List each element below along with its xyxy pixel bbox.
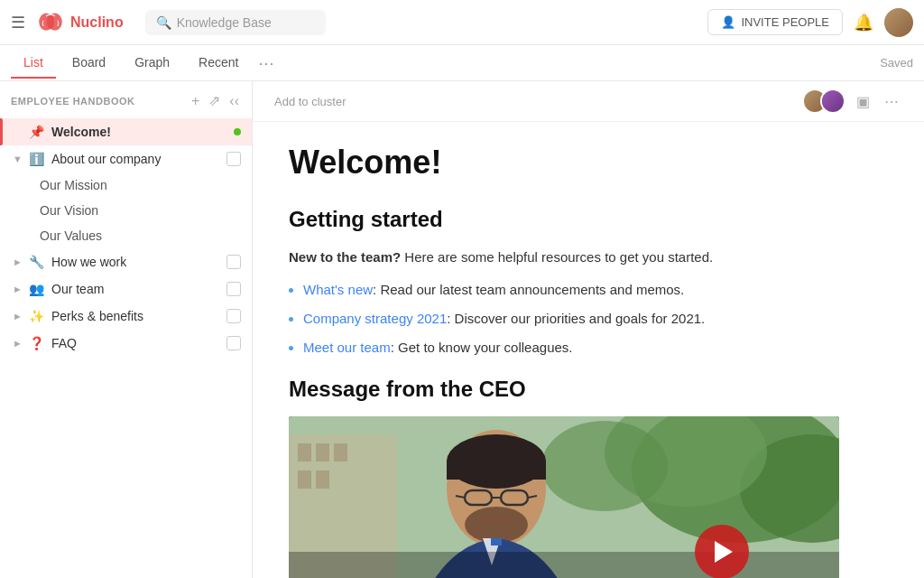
how-expand-arrow-icon: ► xyxy=(13,256,23,267)
perks-checkbox-icon[interactable] xyxy=(226,309,241,323)
sidebar-item-faq-label: FAQ xyxy=(51,336,223,350)
welcome-emoji-icon: 📌 xyxy=(29,125,44,139)
search-icon: 🔍 xyxy=(156,15,171,30)
intro-rest-text: Here are some helpful resources to get y… xyxy=(401,249,713,265)
faq-expand-arrow-icon: ► xyxy=(13,338,23,349)
tab-list-label: List xyxy=(23,55,43,70)
sidebar-item-vision[interactable]: Our Vision xyxy=(0,198,252,223)
tab-list[interactable]: List xyxy=(11,48,56,79)
video-bg-svg xyxy=(289,416,839,578)
user-avatar[interactable] xyxy=(884,8,913,37)
svg-rect-11 xyxy=(334,443,347,461)
play-triangle-icon xyxy=(715,541,733,563)
person-add-icon: 👤 xyxy=(721,15,735,29)
ceo-video[interactable] xyxy=(289,416,839,578)
how-emoji-icon: 🔧 xyxy=(29,255,44,269)
svg-rect-10 xyxy=(316,443,329,461)
company-strategy-link[interactable]: Company strategy 2021 xyxy=(303,311,447,326)
sidebar-item-mission-label: Our Mission xyxy=(40,178,107,192)
sidebar-header: EMPLOYEE HANDBOOK + ⇗ ‹‹ xyxy=(0,81,252,118)
app-name: Nuclino xyxy=(70,14,124,31)
perks-emoji-icon: ✨ xyxy=(29,309,44,323)
saved-status: Saved xyxy=(880,56,913,70)
whats-new-link[interactable]: What's new xyxy=(303,282,373,297)
sidebar-item-team-label: Our team xyxy=(51,282,223,296)
tab-recent-label: Recent xyxy=(199,55,238,70)
sidebar-item-perks[interactable]: ► ✨ Perks & benefits xyxy=(0,303,252,330)
sidebar-item-vision-label: Our Vision xyxy=(40,203,98,218)
avatar-image xyxy=(884,8,913,37)
sidebar-item-faq[interactable]: ► ❓ FAQ xyxy=(0,330,252,357)
sidebar-item-values[interactable]: Our Values xyxy=(0,223,252,248)
sidebar-item-about[interactable]: ▼ ℹ️ About our company xyxy=(0,145,252,172)
faq-emoji-icon: ❓ xyxy=(29,336,44,350)
nav-right: 👤 INVITE PEOPLE 🔔 xyxy=(707,8,913,37)
collaborator-avatar-2 xyxy=(820,89,845,114)
content-top-actions: ▣ ⋯ xyxy=(802,89,902,114)
svg-rect-24 xyxy=(289,552,839,578)
search-bar[interactable]: 🔍 Knowledge Base xyxy=(145,10,326,35)
perks-expand-arrow-icon: ► xyxy=(13,311,23,322)
share-screen-button[interactable]: ▣ xyxy=(853,89,873,114)
page-title: Welcome! xyxy=(289,144,888,182)
meet-our-team-link[interactable]: Meet our team xyxy=(303,340,391,355)
tab-graph[interactable]: Graph xyxy=(122,48,182,79)
bullet-2-rest: : Get to know your colleagues. xyxy=(391,340,573,355)
faq-checkbox-icon[interactable] xyxy=(226,336,241,350)
svg-point-22 xyxy=(465,507,528,543)
svg-point-2 xyxy=(47,14,54,29)
resources-list: What's new: Read our latest team announc… xyxy=(303,279,888,359)
video-background xyxy=(289,416,839,578)
tab-graph-label: Graph xyxy=(134,55,170,70)
expand-sidebar-button[interactable]: ⇗ xyxy=(207,90,222,111)
search-placeholder-text: Knowledge Base xyxy=(177,15,272,30)
sidebar-item-team[interactable]: ► 👥 Our team xyxy=(0,275,252,303)
svg-rect-9 xyxy=(298,443,311,461)
notifications-bell-icon[interactable]: 🔔 xyxy=(854,13,873,33)
list-item: Meet our team: Get to know your colleagu… xyxy=(303,337,888,359)
invite-label: INVITE PEOPLE xyxy=(741,15,829,29)
collapse-sidebar-button[interactable]: ‹‹ xyxy=(227,90,241,111)
sidebar-item-about-label: About our company xyxy=(51,152,223,166)
svg-rect-12 xyxy=(298,471,311,489)
invite-people-button[interactable]: 👤 INVITE PEOPLE xyxy=(707,9,843,35)
about-checkbox-icon[interactable] xyxy=(226,152,241,166)
tab-recent[interactable]: Recent xyxy=(186,48,251,79)
sidebar: EMPLOYEE HANDBOOK + ⇗ ‹‹ 📌 Welcome! ▼ ℹ️… xyxy=(0,81,253,578)
list-item: What's new: Read our latest team announc… xyxy=(303,279,888,301)
intro-paragraph: New to the team? Here are some helpful r… xyxy=(289,247,888,268)
video-play-button[interactable] xyxy=(695,525,749,578)
add-to-cluster-button[interactable]: Add to cluster xyxy=(274,95,346,108)
team-expand-arrow-icon: ► xyxy=(13,284,23,294)
intro-bold-text: New to the team? xyxy=(289,249,401,265)
bullet-1-rest: : Discover our priorities and goals for … xyxy=(447,311,705,326)
ceo-message-heading: Message from the CEO xyxy=(289,377,888,402)
sidebar-section-label: EMPLOYEE HANDBOOK xyxy=(11,96,184,107)
hamburger-icon[interactable]: ☰ xyxy=(11,13,25,33)
brain-logo-icon xyxy=(36,12,65,33)
logo-area: Nuclino xyxy=(36,12,124,33)
svg-rect-23 xyxy=(491,538,502,545)
main-layout: EMPLOYEE HANDBOOK + ⇗ ‹‹ 📌 Welcome! ▼ ℹ️… xyxy=(0,81,924,578)
team-checkbox-icon[interactable] xyxy=(226,282,241,296)
svg-rect-16 xyxy=(447,461,546,480)
svg-point-7 xyxy=(541,421,668,511)
tab-board-label: Board xyxy=(72,55,106,70)
sidebar-item-how-label: How we work xyxy=(51,255,223,269)
add-page-button[interactable]: + xyxy=(189,90,201,111)
about-expand-arrow-icon: ▼ xyxy=(13,154,23,164)
content-top-bar: Add to cluster ▣ ⋯ xyxy=(253,81,924,122)
sidebar-item-welcome[interactable]: 📌 Welcome! xyxy=(0,118,252,145)
sidebar-item-mission[interactable]: Our Mission xyxy=(0,172,252,198)
sidebar-item-perks-label: Perks & benefits xyxy=(51,309,223,323)
tab-board[interactable]: Board xyxy=(60,48,118,79)
how-checkbox-icon[interactable] xyxy=(226,255,241,269)
more-options-button[interactable]: ⋯ xyxy=(881,89,902,114)
bullet-0-rest: : Read our latest team announcements and… xyxy=(373,282,684,297)
list-item: Company strategy 2021: Discover our prio… xyxy=(303,308,888,330)
sidebar-item-how[interactable]: ► 🔧 How we work xyxy=(0,248,252,275)
tab-more-icon[interactable]: ⋯ xyxy=(258,53,274,73)
active-status-dot xyxy=(234,128,241,135)
tab-bar: List Board Graph Recent ⋯ Saved xyxy=(0,45,924,81)
sidebar-actions: + ⇗ ‹‹ xyxy=(189,90,241,111)
